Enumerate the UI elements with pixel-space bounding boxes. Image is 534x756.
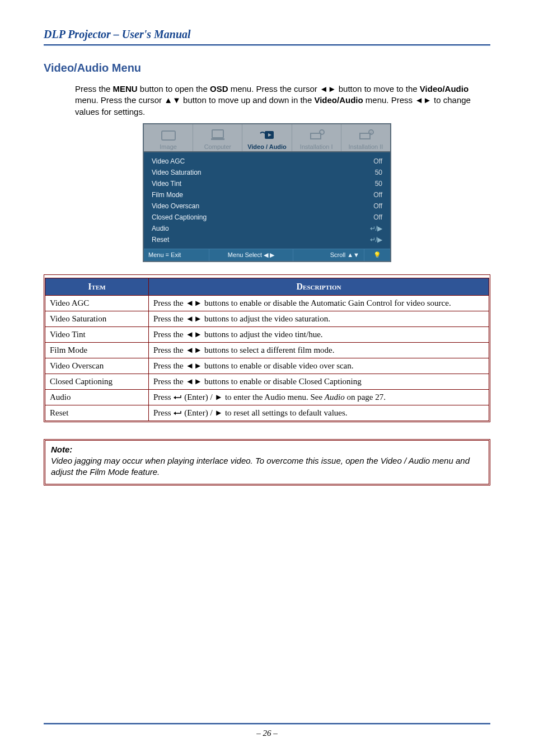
osd-label: Audio — [152, 225, 169, 232]
osd-foot-exit[interactable]: Menu = Exit — [144, 249, 209, 261]
table-row: Closed Captioning Press the ◄► buttons t… — [45, 374, 489, 389]
cell-desc: Press the ◄► buttons to enable or disabl… — [149, 374, 489, 389]
osd-value: 50 — [375, 169, 382, 176]
cell-item: Video Tint — [45, 326, 149, 342]
svg-rect-0 — [162, 131, 175, 140]
osd-label: Film Mode — [152, 191, 183, 199]
osd-body: Video AGCOff Video Saturation50 Video Ti… — [144, 152, 390, 249]
desc-text: on page 27. — [345, 393, 386, 402]
osd-foot-help[interactable]: 💡 — [364, 249, 390, 261]
audio-italic: Audio — [325, 393, 345, 402]
tab-label: Installation I — [300, 143, 333, 150]
osd-value: ↵/▶ — [370, 236, 382, 244]
cell-item: Video AGC — [45, 295, 149, 311]
desc-text: Press — [153, 408, 173, 417]
cell-item: Video Overscan — [45, 358, 149, 374]
osd-tabs: Image Computer Video / Audio — [144, 124, 390, 152]
svg-rect-7 — [360, 133, 370, 139]
osd-bold: OSD — [210, 84, 228, 94]
osd-row[interactable]: Reset↵/▶ — [149, 234, 385, 245]
cell-item: Video Saturation — [45, 311, 149, 326]
cell-desc: Press the ◄► buttons to adjust the video… — [149, 326, 489, 342]
osd-row[interactable]: Video Tint50 — [149, 178, 385, 189]
table-row: Film Mode Press the ◄► buttons to select… — [45, 342, 489, 358]
intro-text: Press the — [75, 84, 113, 94]
osd-row[interactable]: Closed CaptioningOff — [149, 212, 385, 223]
intro-text: button to open the — [138, 84, 210, 94]
th-desc: Description — [149, 278, 489, 295]
desc-table-wrap: Item Description Video AGC Press the ◄► … — [44, 274, 490, 422]
tab-label: Installation II — [349, 143, 383, 150]
va-bold2: Video/Audio — [314, 95, 363, 105]
osd-label: Closed Captioning — [152, 213, 207, 221]
table-row: Audio Press (Enter) / ► to enter the Aud… — [45, 389, 489, 405]
tab-label: Computer — [204, 143, 231, 150]
osd-row[interactable]: Video AGCOff — [149, 156, 385, 167]
osd-value: Off — [373, 202, 382, 210]
desc-text: (Enter) / ► to reset all settings to def… — [184, 408, 347, 417]
install1-icon — [294, 127, 339, 142]
svg-marker-10 — [174, 396, 176, 399]
svg-marker-11 — [174, 412, 176, 415]
install2-icon: 2 — [344, 127, 388, 142]
cell-desc: Press the ◄► buttons to select a differe… — [149, 342, 489, 358]
osd-label: Video AGC — [152, 157, 185, 165]
cell-item: Audio — [45, 389, 149, 405]
tab-video-audio[interactable]: Video / Audio — [242, 124, 291, 151]
cell-item: Closed Captioning — [45, 374, 149, 389]
cell-desc: Press the ◄► buttons to enable or disabl… — [149, 358, 489, 374]
tab-install1[interactable]: Installation I — [292, 124, 341, 151]
description-table: Item Description Video AGC Press the ◄► … — [45, 278, 489, 421]
tab-computer[interactable]: Computer — [193, 124, 242, 151]
osd-row[interactable]: Video Saturation50 — [149, 167, 385, 178]
table-row: Reset Press (Enter) / ► to reset all set… — [45, 405, 489, 421]
svg-rect-5 — [311, 133, 321, 139]
header-title: DLP Projector – User's Manual — [44, 28, 490, 41]
table-row: Video Saturation Press the ◄► buttons to… — [45, 311, 489, 326]
page: DLP Projector – User's Manual Video/Audi… — [0, 0, 534, 756]
osd-footer: Menu = Exit Menu Select ◀ ▶ Scroll ▲▼ 💡 — [144, 249, 390, 261]
table-row: Video AGC Press the ◄► buttons to enable… — [45, 295, 489, 311]
cell-item: Film Mode — [45, 342, 149, 358]
osd-row[interactable]: Video OverscanOff — [149, 200, 385, 212]
osd-panel: Image Computer Video / Audio — [143, 123, 391, 262]
desc-text: (Enter) / ► to enter the Audio menu. See — [184, 393, 325, 402]
menu-bold: MENU — [113, 84, 138, 94]
osd-screenshot: Image Computer Video / Audio — [44, 123, 490, 262]
osd-foot-scroll: Scroll ▲▼ — [293, 249, 364, 261]
enter-icon — [173, 395, 182, 400]
svg-rect-1 — [212, 130, 223, 138]
cell-desc: Press (Enter) / ► to reset all settings … — [149, 405, 489, 421]
enter-icon — [173, 410, 182, 416]
osd-value: Off — [373, 213, 382, 221]
osd-value: ↵/▶ — [370, 225, 382, 232]
cell-desc: Press the ◄► buttons to adjust the video… — [149, 311, 489, 326]
svg-point-6 — [320, 130, 324, 134]
osd-row[interactable]: Film ModeOff — [149, 189, 385, 200]
cell-desc: Press (Enter) / ► to enter the Audio men… — [149, 389, 489, 405]
osd-label: Reset — [152, 236, 169, 244]
osd-foot-select: Menu Select ◀ ▶ — [209, 249, 293, 261]
tab-image[interactable]: Image — [144, 124, 193, 151]
tab-install2[interactable]: 2 Installation II — [341, 124, 390, 151]
header-rule — [44, 44, 490, 46]
intro-text: menu. Press the cursor ▲▼ button to move… — [75, 95, 314, 105]
computer-icon — [195, 127, 240, 142]
osd-value: 50 — [375, 180, 382, 188]
intro-text: menu. Press the cursor ◄► button to move… — [228, 84, 420, 94]
cell-item: Reset — [45, 405, 149, 421]
svg-rect-2 — [211, 138, 224, 140]
desc-text: Press — [153, 393, 173, 402]
table-row: Video Tint Press the ◄► buttons to adjus… — [45, 326, 489, 342]
osd-value: Off — [373, 191, 382, 199]
page-number: – 26 – — [0, 729, 534, 738]
osd-value: Off — [373, 157, 382, 165]
cell-desc: Press the ◄► buttons to enable or disabl… — [149, 295, 489, 311]
footer-rule — [44, 723, 490, 725]
image-icon — [146, 127, 190, 142]
osd-label: Video Saturation — [152, 169, 202, 176]
th-item: Item — [45, 278, 149, 295]
video-audio-icon — [245, 127, 289, 142]
osd-row[interactable]: Audio↵/▶ — [149, 223, 385, 234]
section-title: Video/Audio Menu — [44, 62, 490, 74]
